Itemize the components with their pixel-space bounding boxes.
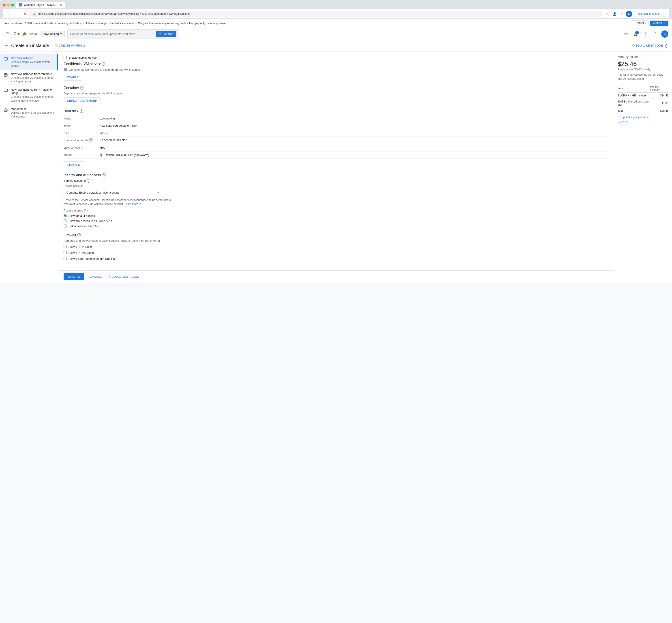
access-scopes-radio-group: Allow default access Allow full access t… bbox=[64, 214, 608, 228]
service-account-field-label: Service account bbox=[64, 184, 608, 187]
access-scopes-help-icon[interactable]: ? bbox=[84, 209, 88, 212]
radio-allow-default[interactable] bbox=[64, 214, 67, 217]
banner-actions: DISMISS ACTIVATE bbox=[632, 20, 668, 26]
url-bar[interactable]: 🔒 console.cloud.google.com/compute/insta… bbox=[30, 11, 603, 17]
user-avatar-small[interactable]: S bbox=[626, 11, 632, 17]
create-vm-from-button[interactable]: ✨ CREATE VM FROM... bbox=[52, 42, 90, 49]
back-button[interactable]: ← bbox=[4, 43, 8, 48]
settings-button[interactable]: ⋮ bbox=[651, 30, 660, 38]
sidebar-item-new-vm[interactable]: New VM instance Create a single VM insta… bbox=[0, 54, 58, 70]
table-row: License type ? Free bbox=[64, 144, 608, 151]
debian-icon: 🐧 bbox=[99, 153, 103, 157]
learn-more-link[interactable]: Learn more bbox=[124, 203, 138, 206]
help-button[interactable]: ? bbox=[642, 30, 650, 38]
hamburger-menu-button[interactable]: ☰ bbox=[4, 30, 11, 38]
bottom-bar: CREATE CANCEL ⬡ EQUIVALENT CODE bbox=[58, 270, 614, 283]
page-title: Create an instance bbox=[11, 43, 49, 48]
service-account-select-wrapper: Compute Engine default service account bbox=[64, 189, 162, 196]
container-help-icon[interactable]: ? bbox=[80, 86, 84, 90]
equivalent-code-bottom-button[interactable]: ⬡ EQUIVALENT CODE bbox=[108, 275, 139, 278]
tab-close-icon[interactable]: ✕ bbox=[60, 3, 62, 6]
confidential-vm-help-icon[interactable]: ? bbox=[103, 62, 106, 66]
cost-item-2: 10 GB balanced persistent disk bbox=[618, 99, 650, 108]
logo-g-letter: Google bbox=[13, 32, 27, 36]
firewall-help-icon[interactable]: ? bbox=[77, 233, 81, 237]
disk-field-type-value: New balanced persistent disk bbox=[99, 122, 608, 129]
back-nav-button[interactable]: ← bbox=[5, 11, 12, 17]
traffic-lights bbox=[3, 4, 14, 6]
allow-http-label: Allow HTTP traffic bbox=[68, 245, 92, 248]
confidential-vm-disabled-text: Confidential Computing is disabled on th… bbox=[69, 68, 140, 71]
relaunch-menu-icon: ⋮ bbox=[661, 12, 663, 16]
sidebar-item-title-machine-image: New VM instance from machine image bbox=[11, 88, 54, 95]
project-dropdown-icon: ▾ bbox=[60, 32, 62, 36]
collapse-panel-button[interactable]: ❮ bbox=[665, 43, 668, 48]
table-row: Type New balanced persistent disk bbox=[64, 122, 608, 129]
disk-field-license-label: License type ? bbox=[64, 144, 99, 151]
allow-http-checkbox[interactable] bbox=[64, 245, 67, 248]
user-avatar[interactable]: S bbox=[661, 30, 668, 38]
forward-nav-button[interactable]: → bbox=[13, 11, 20, 17]
equivalent-code-button[interactable]: ⬡ EQUIVALENT CODE bbox=[632, 44, 663, 47]
cost-value-1: $24.46 bbox=[650, 93, 668, 99]
service-account-select[interactable]: Compute Engine default service account bbox=[64, 189, 162, 196]
service-accounts-help-icon[interactable]: ? bbox=[87, 179, 90, 183]
project-selector[interactable]: StayBooking ▾ bbox=[40, 31, 65, 37]
cloud-text: Cloud bbox=[29, 32, 37, 36]
create-button[interactable]: CREATE bbox=[64, 273, 84, 280]
sidebar-item-vm-template[interactable]: New VM instance from template Create a s… bbox=[0, 70, 58, 86]
firewall-title: Firewall bbox=[64, 233, 76, 237]
minimize-button[interactable] bbox=[7, 4, 10, 6]
activate-button[interactable]: ACTIVATE bbox=[650, 21, 668, 26]
disk-field-name-label: Name bbox=[64, 115, 99, 122]
deploy-container-button[interactable]: DEPLOY CONTAINER bbox=[64, 97, 101, 104]
profile-icon[interactable]: 👤 bbox=[612, 11, 618, 17]
table-row: Image 🐧 Debian GNU/Linux 12 (bookworm) bbox=[64, 151, 608, 158]
radio-allow-full[interactable] bbox=[64, 219, 67, 222]
enable-display-device-checkbox[interactable] bbox=[64, 56, 67, 59]
active-tab[interactable]: Compute Engine – StayBookin… ✕ bbox=[16, 2, 65, 8]
dismiss-button[interactable]: DISMISS bbox=[632, 20, 648, 26]
cost-amount: $25.46 bbox=[618, 60, 668, 67]
boot-disk-help-icon[interactable]: ? bbox=[80, 110, 83, 113]
sidebar-item-content-marketplace: Marketplace Deploy a ready-to-go solutio… bbox=[11, 107, 54, 119]
less-button[interactable]: ▲ LESS bbox=[618, 121, 629, 124]
reload-button[interactable]: ↻ bbox=[22, 11, 28, 17]
radio-set-each[interactable] bbox=[64, 225, 67, 228]
sparkle-icon: ✨ bbox=[54, 44, 58, 47]
access-scopes-title: Access scopes ? bbox=[64, 209, 608, 212]
svg-rect-0 bbox=[4, 58, 8, 60]
svg-rect-4 bbox=[4, 89, 8, 91]
cloud-shell-button[interactable]: ⌨️ bbox=[622, 30, 630, 38]
license-help-icon[interactable]: ? bbox=[81, 146, 84, 149]
sidebar-item-title-vm-template: New VM instance from template bbox=[11, 72, 54, 76]
allow-https-checkbox[interactable] bbox=[64, 251, 67, 254]
sidebar-item-content-new-vm: New VM instance Create a single VM insta… bbox=[11, 56, 54, 68]
content-area: New VM instance Create a single VM insta… bbox=[0, 52, 672, 283]
radio-row-each: Set access for each API bbox=[64, 225, 608, 228]
maximize-button[interactable] bbox=[11, 4, 14, 6]
notifications-button[interactable]: 🔔 1 bbox=[632, 30, 640, 38]
extensions-icon[interactable]: ⚡ bbox=[619, 11, 625, 17]
snapshot-help-icon[interactable]: ? bbox=[89, 138, 93, 142]
firewall-header: Firewall ? bbox=[64, 233, 608, 237]
cancel-button[interactable]: CANCEL bbox=[87, 273, 105, 280]
radio-row-default: Allow default access bbox=[64, 214, 608, 217]
sidebar-item-machine-image[interactable]: New VM instance from machine image Creat… bbox=[0, 86, 58, 105]
change-boot-disk-button[interactable]: CHANGE bbox=[64, 161, 83, 168]
enable-display-device-label: Enable display device bbox=[68, 56, 97, 59]
new-tab-button[interactable]: + bbox=[66, 2, 72, 8]
table-row: 2 vCPU + 4 GB memory $24.46 bbox=[618, 93, 668, 99]
sidebar-item-marketplace[interactable]: Marketplace Deploy a ready-to-go solutio… bbox=[0, 105, 58, 121]
enable-confidential-vm-button[interactable]: ENABLE bbox=[64, 74, 82, 81]
allow-lb-health-checkbox[interactable] bbox=[64, 257, 67, 260]
relaunch-button[interactable]: Relaunch to update ⋮ bbox=[633, 11, 667, 17]
identity-help-icon[interactable]: ? bbox=[102, 173, 106, 177]
compute-engine-pricing-link[interactable]: Compute Engine pricing ↗ bbox=[618, 116, 668, 119]
container-header: Container ? bbox=[64, 86, 608, 90]
bookmark-icon[interactable]: ☆ bbox=[605, 11, 611, 17]
close-button[interactable] bbox=[3, 4, 6, 6]
search-button[interactable]: 🔍 Search bbox=[156, 31, 176, 37]
search-input[interactable] bbox=[70, 32, 154, 36]
enable-display-device-row: Enable display device bbox=[64, 56, 608, 59]
